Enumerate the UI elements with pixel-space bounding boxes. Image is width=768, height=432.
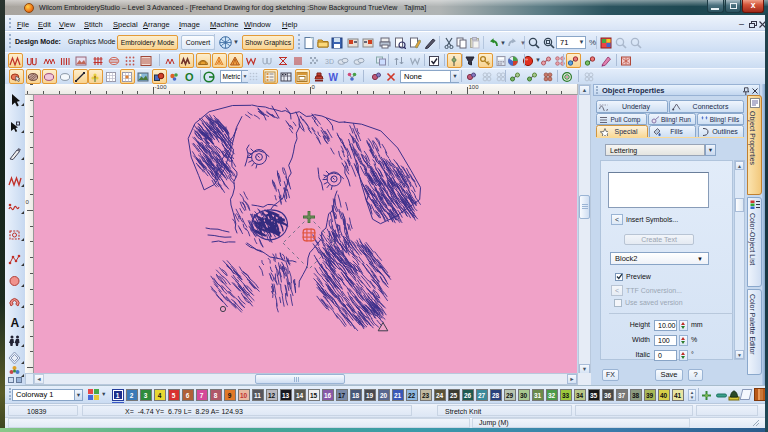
svg-text:O: O <box>185 71 194 83</box>
svg-text:A: A <box>11 316 20 330</box>
svg-text:W: W <box>329 72 339 83</box>
svg-text:3D: 3D <box>325 58 334 65</box>
